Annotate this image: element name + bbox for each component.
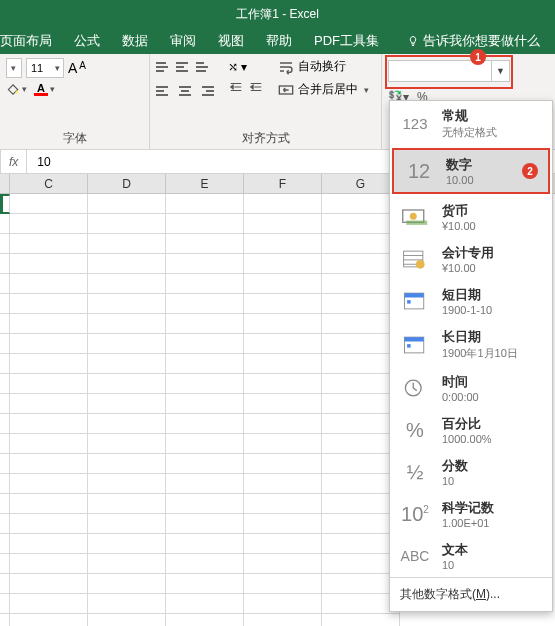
tab-layout[interactable]: 页面布局 bbox=[0, 32, 52, 50]
cell[interactable] bbox=[244, 394, 322, 414]
cell[interactable] bbox=[322, 614, 400, 626]
cell[interactable] bbox=[88, 234, 166, 254]
horizontal-align-buttons[interactable] bbox=[156, 82, 214, 100]
cell[interactable] bbox=[88, 414, 166, 434]
cell[interactable] bbox=[244, 414, 322, 434]
format-option-text[interactable]: ABC文本10 bbox=[390, 535, 552, 577]
cell[interactable] bbox=[244, 354, 322, 374]
format-option-pct[interactable]: %百分比1000.00% bbox=[390, 409, 552, 451]
format-option-ldate[interactable]: 长日期1900年1月10日 bbox=[390, 322, 552, 367]
grow-font-button[interactable]: AA bbox=[68, 60, 86, 76]
cell[interactable] bbox=[88, 434, 166, 454]
cell[interactable] bbox=[10, 334, 88, 354]
cell[interactable] bbox=[88, 514, 166, 534]
cell[interactable] bbox=[88, 394, 166, 414]
cell[interactable] bbox=[244, 474, 322, 494]
col-f[interactable]: F bbox=[244, 174, 322, 193]
font-color-button[interactable]: A▾ bbox=[34, 82, 56, 96]
cell[interactable] bbox=[88, 614, 166, 626]
tell-me[interactable]: 告诉我你想要做什么 bbox=[407, 32, 540, 50]
cell[interactable] bbox=[88, 594, 166, 614]
fill-color-button[interactable]: ▾ bbox=[6, 82, 28, 96]
cell[interactable] bbox=[166, 354, 244, 374]
tab-pdf[interactable]: PDF工具集 bbox=[314, 32, 379, 50]
cell[interactable] bbox=[166, 194, 244, 214]
cell[interactable] bbox=[244, 534, 322, 554]
cell[interactable] bbox=[88, 554, 166, 574]
cell[interactable] bbox=[166, 274, 244, 294]
cell[interactable] bbox=[244, 494, 322, 514]
cell[interactable] bbox=[166, 314, 244, 334]
cell[interactable] bbox=[166, 594, 244, 614]
tab-data[interactable]: 数据 bbox=[122, 32, 148, 50]
cell[interactable] bbox=[166, 214, 244, 234]
cell[interactable] bbox=[88, 314, 166, 334]
cell[interactable] bbox=[88, 574, 166, 594]
increase-indent-button[interactable] bbox=[248, 80, 264, 98]
format-option-12[interactable]: 12数字10.002 bbox=[392, 148, 550, 194]
cell[interactable] bbox=[244, 194, 322, 214]
cell[interactable] bbox=[10, 274, 88, 294]
cell[interactable] bbox=[244, 274, 322, 294]
format-option-123[interactable]: 123常规无特定格式 bbox=[390, 101, 552, 146]
cell[interactable] bbox=[10, 234, 88, 254]
cell[interactable] bbox=[10, 594, 88, 614]
cell[interactable] bbox=[244, 434, 322, 454]
col-e[interactable]: E bbox=[166, 174, 244, 193]
cell[interactable] bbox=[244, 454, 322, 474]
cell[interactable] bbox=[166, 574, 244, 594]
cell[interactable] bbox=[244, 254, 322, 274]
cell[interactable] bbox=[10, 614, 88, 626]
format-option-sci[interactable]: 102科学记数1.00E+01 bbox=[390, 493, 552, 535]
decrease-indent-button[interactable] bbox=[228, 80, 244, 98]
cell[interactable] bbox=[88, 214, 166, 234]
cell[interactable] bbox=[88, 534, 166, 554]
cell[interactable] bbox=[88, 454, 166, 474]
cell[interactable] bbox=[88, 494, 166, 514]
cell[interactable] bbox=[244, 234, 322, 254]
cell[interactable] bbox=[244, 334, 322, 354]
shrink-font-button[interactable]: A bbox=[79, 60, 86, 76]
cell[interactable] bbox=[10, 394, 88, 414]
cell[interactable] bbox=[88, 194, 166, 214]
cell[interactable] bbox=[166, 334, 244, 354]
cell[interactable] bbox=[166, 254, 244, 274]
font-size-combo[interactable]: 11▾ bbox=[26, 58, 64, 78]
cell[interactable] bbox=[10, 194, 88, 214]
cell[interactable] bbox=[10, 514, 88, 534]
cell[interactable] bbox=[10, 374, 88, 394]
font-name-combo[interactable]: ▾ bbox=[6, 58, 22, 78]
cell[interactable] bbox=[166, 434, 244, 454]
cell[interactable] bbox=[10, 574, 88, 594]
orientation-button[interactable]: ⤭ ▾ bbox=[228, 60, 264, 74]
cell[interactable] bbox=[244, 614, 322, 626]
more-formats-link[interactable]: 其他数字格式(M)... bbox=[390, 577, 552, 611]
cell[interactable] bbox=[166, 234, 244, 254]
format-option-frac[interactable]: ½分数10 bbox=[390, 451, 552, 493]
wrap-text-button[interactable]: 自动换行 bbox=[278, 58, 370, 75]
cell[interactable] bbox=[10, 314, 88, 334]
tab-review[interactable]: 审阅 bbox=[170, 32, 196, 50]
cell[interactable] bbox=[244, 294, 322, 314]
cell[interactable] bbox=[10, 354, 88, 374]
cell[interactable] bbox=[166, 294, 244, 314]
cell[interactable] bbox=[10, 534, 88, 554]
tab-view[interactable]: 视图 bbox=[218, 32, 244, 50]
cell[interactable] bbox=[10, 554, 88, 574]
formula-value[interactable]: 10 bbox=[27, 155, 50, 169]
cell[interactable] bbox=[244, 514, 322, 534]
cell[interactable] bbox=[166, 374, 244, 394]
cell[interactable] bbox=[166, 414, 244, 434]
cell[interactable] bbox=[166, 494, 244, 514]
cell[interactable] bbox=[166, 514, 244, 534]
cell[interactable] bbox=[166, 614, 244, 626]
cell[interactable] bbox=[88, 474, 166, 494]
cell[interactable] bbox=[88, 354, 166, 374]
cell[interactable] bbox=[244, 574, 322, 594]
cell[interactable] bbox=[10, 494, 88, 514]
cell[interactable] bbox=[244, 374, 322, 394]
merge-center-button[interactable]: 合并后居中▾ bbox=[278, 81, 370, 98]
number-format-dropdown-button[interactable]: ▼ 1 bbox=[491, 61, 509, 81]
cell[interactable] bbox=[88, 254, 166, 274]
cell[interactable] bbox=[10, 454, 88, 474]
